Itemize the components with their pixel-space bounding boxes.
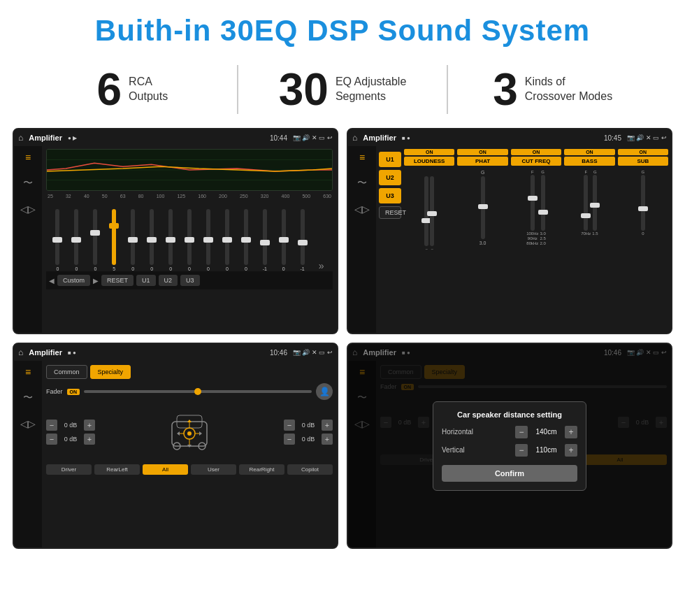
screen2-title: Amplifier	[363, 134, 396, 142]
db-minus-rr[interactable]: −	[284, 434, 295, 445]
eq-icon-3[interactable]: ≡	[25, 366, 31, 378]
bass-on: ON	[564, 149, 614, 155]
home-icon-3[interactable]: ⌂	[18, 348, 23, 357]
loudness-header: LOUDNESS	[404, 157, 454, 166]
eq-slider-9[interactable]: 0	[200, 209, 217, 271]
u1-btn-1[interactable]: U1	[136, 275, 156, 286]
reset-btn-1[interactable]: RESET	[101, 275, 134, 286]
vertical-minus[interactable]: −	[515, 444, 528, 457]
driver-btn-3[interactable]: Driver	[46, 464, 92, 475]
eq-slider-7[interactable]: 0	[162, 209, 180, 271]
db-plus-rr[interactable]: +	[322, 434, 333, 445]
dialog-title: Car speaker distance setting	[442, 410, 577, 419]
eq-bottom-bar: ◀ Custom ▶ RESET U1 U2 U3	[46, 271, 333, 289]
eq-slider-11[interactable]: 0	[237, 209, 254, 271]
svg-point-9	[187, 431, 192, 436]
eq-slider-4[interactable]: 5	[106, 209, 123, 271]
eq-slider-10[interactable]: 0	[218, 209, 236, 271]
wave-icon[interactable]: 〜	[23, 177, 33, 189]
u2-btn-1[interactable]: U2	[159, 275, 178, 286]
stat-number-rca: 6	[97, 67, 122, 112]
sub-section: ON SUB G 0	[618, 149, 668, 330]
eq-slider-3[interactable]: 0	[87, 209, 104, 271]
stat-label-eq: EQ Adjustable Segments	[336, 75, 406, 104]
crossover-side-icons: ≡ 〜 ◁▷	[348, 146, 376, 333]
volume-icon[interactable]: ◁▷	[20, 203, 36, 215]
vertical-plus[interactable]: +	[565, 444, 577, 457]
eq-slider-5[interactable]: 0	[124, 209, 142, 271]
next-arrow[interactable]: ▶	[93, 277, 99, 285]
db-val-fl: 0 dB	[60, 422, 81, 429]
rearleft-btn-3[interactable]: RearLeft	[94, 464, 140, 475]
db-plus-fl[interactable]: +	[84, 420, 95, 431]
db-minus-fr[interactable]: −	[284, 420, 295, 431]
loudness-slider-2[interactable]: ~	[430, 176, 434, 251]
db-plus-rl[interactable]: +	[84, 434, 95, 445]
eq-icon-2[interactable]: ≡	[359, 152, 365, 163]
copilot-btn-3[interactable]: Copilot	[287, 464, 333, 475]
u1-preset[interactable]: U1	[379, 152, 401, 167]
db-minus-rl[interactable]: −	[46, 434, 57, 445]
status-bar-3: ⌂ Amplifier ■ ● 10:46 📷 🔊 ✕ ▭ ↩	[14, 344, 337, 361]
phat-slider[interactable]	[481, 176, 485, 239]
home-icon-2[interactable]: ⌂	[352, 133, 357, 143]
eq-slider-2[interactable]: 0	[68, 209, 85, 271]
volume-icon-3[interactable]: ◁▷	[20, 418, 36, 429]
fader-slider[interactable]	[84, 390, 312, 393]
stat-divider-2	[447, 65, 448, 114]
speaker-screen-content: ≡ 〜 ◁▷ Common Specialty Fader ON 👤	[14, 361, 337, 547]
stat-divider-1	[237, 65, 238, 114]
stat-label-crossover: Kinds of Crossover Modes	[525, 75, 612, 104]
wave-icon-3[interactable]: 〜	[23, 392, 33, 404]
u3-btn-1[interactable]: U3	[180, 275, 200, 286]
custom-btn[interactable]: Custom	[57, 275, 90, 286]
user-btn-3[interactable]: User	[191, 464, 236, 475]
eq-slider-14[interactable]: -1	[294, 209, 311, 271]
screen-speaker: ⌂ Amplifier ■ ● 10:46 📷 🔊 ✕ ▭ ↩ ≡ 〜 ◁▷ C…	[13, 343, 338, 549]
eq-slider-8[interactable]: 0	[181, 209, 199, 271]
fader-label: Fader	[46, 388, 63, 395]
eq-slider-13[interactable]: 0	[275, 209, 292, 271]
speaker-layout-row: − 0 dB + − 0 dB +	[46, 404, 333, 460]
horizontal-plus[interactable]: +	[565, 426, 577, 438]
db-row-fl: − 0 dB +	[46, 420, 95, 431]
crossover-sliders-area: ON LOUDNESS ~ ~	[404, 149, 668, 330]
u3-preset[interactable]: U3	[379, 188, 401, 203]
stat-rca: 6 RCA Outputs	[42, 67, 223, 112]
stat-eq: 30 EQ Adjustable Segments	[252, 67, 433, 112]
eq-expand[interactable]: »	[312, 260, 330, 271]
eq-slider-6[interactable]: 0	[143, 209, 161, 271]
wave-icon-2[interactable]: 〜	[357, 177, 367, 189]
reset-crossover[interactable]: RESET	[379, 206, 401, 219]
common-tab-3[interactable]: Common	[46, 365, 87, 379]
all-btn-3[interactable]: All	[143, 464, 188, 475]
u2-preset[interactable]: U2	[379, 170, 401, 185]
db-plus-fr[interactable]: +	[322, 420, 333, 431]
prev-arrow[interactable]: ◀	[49, 277, 55, 285]
tab-row-3: Common Specialty	[46, 365, 333, 379]
loudness-on: ON	[404, 149, 454, 155]
eq-slider-1[interactable]: 0	[49, 209, 66, 271]
left-db-controls: − 0 dB + − 0 dB +	[46, 420, 95, 445]
svg-marker-14	[187, 420, 192, 422]
home-icon-1[interactable]: ⌂	[18, 133, 23, 143]
crossover-screen-content: ≡ 〜 ◁▷ U1 U2 U3 RESET ON LOUDNESS	[348, 146, 671, 333]
speaker-main-area: Common Specialty Fader ON 👤 −	[42, 361, 337, 547]
specialty-tab-3[interactable]: Specialty	[90, 365, 131, 379]
vertical-row: Vertical − 110cm +	[442, 444, 577, 457]
horizontal-control: − 140cm +	[515, 426, 577, 438]
stat-number-crossover: 3	[493, 67, 518, 112]
horizontal-minus[interactable]: −	[515, 426, 528, 438]
confirm-button[interactable]: Confirm	[442, 465, 577, 482]
stats-row: 6 RCA Outputs 30 EQ Adjustable Segments …	[0, 58, 685, 128]
eq-slider-12[interactable]: -1	[256, 209, 273, 271]
speaker-side-icons: ≡ 〜 ◁▷	[14, 361, 42, 547]
rearright-btn-3[interactable]: RearRight	[239, 464, 284, 475]
bass-section: ON BASS F 70Hz G 1.5	[564, 149, 614, 330]
volume-icon-2[interactable]: ◁▷	[354, 203, 370, 215]
db-minus-fl[interactable]: −	[46, 420, 57, 431]
profile-icon-3[interactable]: 👤	[316, 383, 333, 400]
eq-freq-labels: 2532405063 80100125160200 25032040050063…	[46, 194, 333, 199]
screens-grid: ⌂ Amplifier ● ▶ 10:44 📷 🔊 ✕ ▭ ↩ ≡ 〜 ◁▷	[0, 128, 685, 549]
eq-icon[interactable]: ≡	[25, 152, 31, 163]
